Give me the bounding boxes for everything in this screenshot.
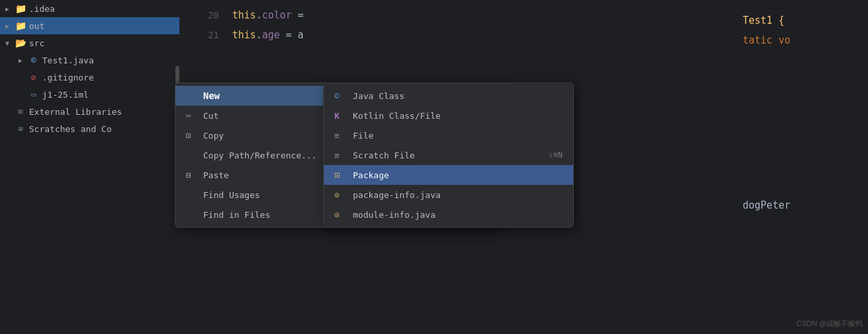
tree-label-out: out [29,21,174,31]
cut-icon: ✂ [186,111,198,121]
copy-icon: ⊡ [186,131,198,141]
submenu-item-package[interactable]: ⊡ Package [324,165,573,185]
tree-item-src[interactable]: ▼ 📂 src [0,34,179,51]
tree-label-iml: j1-25.iml [42,90,174,100]
code-this-20: this [232,9,256,21]
submenu-label-packageinfo: package-info.java [353,190,563,200]
line-number-21: 21 [193,30,219,40]
folder-icon-out: 📁 [15,20,26,31]
submenu-item-packageinfo[interactable]: ⊙ package-info.java [324,185,573,205]
tree-item-idea[interactable]: ▶ 📁 .idea [0,0,179,17]
javaclass-icon: © [334,91,348,101]
packageinfo-icon: ⊙ [334,190,348,200]
package-icon: ⊡ [334,170,348,180]
submenu[interactable]: © Java Class K Kotlin Class/File ≡ File … [323,83,574,228]
extlib-icon: ⊞ [15,107,26,116]
code-right-line-3: dogPeter [736,195,868,215]
tree-item-iml[interactable]: ▭ j1-25.iml [0,86,179,103]
git-icon: ⊘ [28,73,40,83]
submenu-item-scratchfile[interactable]: ≡ Scratch File ⇧⌘N [324,145,573,165]
paste-icon: ⊟ [186,170,198,180]
submenu-item-javaclass[interactable]: © Java Class [324,86,573,106]
submenu-label-kotlinclass: Kotlin Class/File [353,111,563,121]
submenu-item-kotlinclass[interactable]: K Kotlin Class/File [324,106,573,125]
file-tree: ▶ 📁 .idea ▶ 📁 out ▼ 📂 src ▶ © Test1.java… [0,0,179,334]
tree-item-test1[interactable]: ▶ © Test1.java [0,51,179,69]
code-right-line-1: Test1 { [736,11,868,30]
tree-label-src: src [29,38,174,48]
arrow-idea: ▶ [5,5,15,13]
moduleinfo-icon: ⊙ [334,210,348,220]
tree-label-gitignore: .gitignore [42,73,174,83]
code-this-21: this [232,29,256,41]
submenu-item-file[interactable]: ≡ File [324,125,573,145]
src-folder-icon: 📂 [15,38,26,48]
submenu-label-package: Package [353,170,563,180]
java-icon: © [28,55,40,65]
arrow-test1: ▶ [18,57,28,64]
kotlinclass-icon: K [334,111,348,121]
submenu-label-javaclass: Java Class [353,91,563,101]
tree-label-scratches: Scratches and Co [29,124,174,134]
code-content-20: this.color = [232,9,303,21]
code-content-21: this.age = a [232,29,303,41]
line-number-20: 20 [193,10,219,20]
code-right: Test1 { tatic vo dogPeter [736,0,868,334]
code-right-line-2: tatic vo [736,30,868,50]
tree-item-extlib[interactable]: ⊞ External Libraries [0,103,179,120]
scratchfile-shortcut: ⇧⌘N [548,150,563,160]
file-icon: ≡ [334,131,348,141]
scratches-icon: ≡ [15,124,26,133]
arrow-out: ▶ [5,22,15,30]
tree-item-out[interactable]: ▶ 📁 out [0,17,179,34]
scratchfile-icon: ≡ [334,150,348,160]
tree-item-gitignore[interactable]: ⊘ .gitignore [0,69,179,86]
iml-icon: ▭ [28,90,40,99]
watermark: CSDN @碳酸不酸鸭 [797,319,863,329]
submenu-label-file: File [353,131,563,141]
submenu-label-moduleinfo: module-info.java [353,210,563,220]
tree-label-extlib: External Libraries [29,107,174,117]
tree-item-scratches[interactable]: ≡ Scratches and Co [0,120,179,137]
submenu-item-moduleinfo[interactable]: ⊙ module-info.java [324,205,573,224]
folder-icon-idea: 📁 [15,3,26,14]
arrow-src: ▼ [5,40,15,47]
submenu-label-scratchfile: Scratch File [353,150,548,160]
tree-label-test1: Test1.java [42,55,174,65]
tree-label-idea: .idea [29,4,174,14]
